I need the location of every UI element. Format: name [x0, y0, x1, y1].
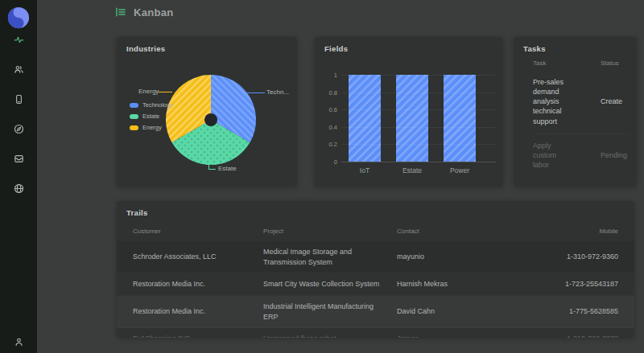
table-cell-project: Smart City Waste Collection System: [263, 279, 390, 289]
y-axis-tick: 0: [334, 158, 337, 166]
column-header-mobile: Mobile: [502, 227, 618, 236]
legend-swatch: [130, 103, 138, 108]
x-axis-label: Power: [444, 166, 476, 174]
task-cell: Apply custom labor: [533, 141, 573, 170]
bar-column: IoT: [349, 75, 381, 162]
inbox-icon[interactable]: [14, 154, 24, 164]
column-header-task: Task: [533, 60, 601, 67]
card-title: Fields: [324, 44, 348, 53]
y-axis-tick: 1: [334, 72, 337, 79]
bar-column: Power: [444, 75, 476, 162]
y-axis-tick: 0.2: [329, 141, 337, 148]
legend-item[interactable]: Estate: [130, 113, 173, 120]
menu-fold-icon[interactable]: [115, 6, 126, 18]
table-cell-contact: David Cahn: [397, 306, 495, 317]
industries-legend: TechnologyEstateEnergy: [130, 101, 173, 131]
header: Kanban: [37, 0, 644, 24]
task-cell: Pre-sales demand analysis technical supp…: [533, 77, 573, 126]
sidebar-nav: [0, 35, 37, 194]
status-cell: Pending: [601, 141, 630, 170]
bar-iot[interactable]: [349, 75, 381, 162]
legend-swatch: [130, 114, 138, 119]
legend-item[interactable]: Technology: [130, 101, 173, 109]
gridline: [341, 144, 496, 145]
pie-callout-estate: Estate: [218, 165, 237, 172]
trails-header-row: Customer Project Contact Mobile: [117, 224, 634, 239]
bar-power[interactable]: [444, 75, 476, 162]
bar-column: Estate: [396, 75, 428, 162]
table-row[interactable]: Schroder Associates, LLCMedical Image St…: [117, 241, 634, 273]
y-axis-tick: 0.4: [329, 123, 337, 130]
task-row[interactable]: Pre-sales demand analysis technical supp…: [533, 74, 630, 133]
pie-callout-line-technology: [247, 92, 265, 93]
table-cell-project: Medical Image Storage and Transmission S…: [263, 247, 390, 267]
table-cell-mobile: 1-775-5628585: [502, 306, 618, 317]
table-cell-project: Unmanned flying robot: [263, 334, 390, 338]
x-axis-label: IoT: [349, 166, 381, 174]
legend-label: Technology: [142, 101, 173, 109]
status-cell: Create: [601, 77, 630, 126]
y-axis-tick: 0.6: [329, 106, 337, 113]
gridline: [341, 162, 496, 162]
legend-item[interactable]: Energy: [130, 124, 173, 131]
pie-callout-technology: Techn...: [266, 88, 289, 96]
card-title: Trails: [126, 208, 148, 217]
compass-icon[interactable]: [14, 124, 24, 134]
pie-center-hole: [204, 113, 217, 126]
tasks-card: Tasks Task Status Pre-sales demand analy…: [514, 37, 637, 187]
pie-callout-energy: Energy: [138, 88, 159, 95]
card-title: Industries: [126, 44, 165, 53]
y-axis-tick: 0.8: [329, 88, 337, 96]
table-cell-contact: Harnish Mekras: [397, 279, 495, 289]
fields-plot: IoTEstatePower 10.80.60.40.20: [341, 75, 496, 162]
gridline: [341, 75, 496, 76]
gridline: [341, 92, 496, 93]
table-row[interactable]: Ev1Shopping INC.Unmanned flying robotJam…: [117, 328, 634, 338]
user-icon[interactable]: [14, 336, 24, 347]
app-logo[interactable]: [6, 6, 31, 30]
column-header-contact: Contact: [397, 227, 495, 236]
table-cell-project: Industrial Intelligent Manufacturing ERP: [263, 302, 390, 322]
industries-pie: [164, 73, 258, 166]
column-header-customer: Customer: [133, 227, 257, 236]
gridline: [341, 109, 496, 110]
trails-card: Trails Customer Project Contact Mobile S…: [117, 201, 634, 338]
fields-bars: IoTEstatePower: [341, 75, 496, 162]
column-header-project: Project: [263, 227, 390, 236]
mobile-icon[interactable]: [14, 94, 24, 105]
bar-estate[interactable]: [396, 75, 428, 162]
content: Industries TechnologyEstateEnergy Energy…: [117, 37, 634, 353]
table-cell-contact: mayunio: [397, 252, 495, 262]
pie-callout-line-estate-h: [208, 169, 216, 170]
activity-icon[interactable]: [14, 35, 24, 45]
table-cell-customer: Restoration Media Inc.: [133, 306, 257, 317]
table-cell-customer: Ev1Shopping INC.: [133, 334, 257, 338]
table-cell-customer: Schroder Associates, LLC: [133, 252, 257, 262]
task-row[interactable]: Apply custom laborPending: [533, 133, 630, 177]
table-row[interactable]: Restoration Media Inc.Industrial Intelli…: [117, 296, 634, 328]
legend-label: Energy: [142, 124, 162, 131]
page-title: Kanban: [134, 6, 173, 18]
pie-callout-line-estate-v: [208, 159, 209, 169]
table-cell-mobile: 1-310-972-9360: [502, 252, 618, 262]
industries-card: Industries TechnologyEstateEnergy Energy…: [117, 37, 297, 187]
gridline: [341, 127, 496, 128]
card-title: Tasks: [523, 44, 546, 53]
table-cell-customer: Restoration Media Inc.: [133, 279, 257, 289]
table-cell-contact: James: [397, 334, 495, 338]
tasks-header-row: Task Status: [533, 60, 630, 67]
trails-rows: Schroder Associates, LLCMedical Image St…: [117, 241, 634, 338]
tasks-rows: Pre-sales demand analysis technical supp…: [533, 74, 630, 177]
x-axis-label: Estate: [396, 166, 428, 174]
pie-callout-line-energy: [159, 92, 172, 92]
fields-card: Fields IoTEstatePower 10.80.60.40.20: [315, 37, 503, 187]
table-cell-mobile: 1-723-25543187: [502, 279, 618, 289]
tasks-table: Task Status Pre-sales demand analysis te…: [533, 60, 630, 177]
team-icon[interactable]: [14, 64, 24, 75]
column-header-status: Status: [601, 60, 630, 67]
legend-label: Estate: [142, 113, 159, 120]
globe-icon[interactable]: [14, 183, 24, 194]
table-row[interactable]: Restoration Media Inc.Smart City Waste C…: [117, 273, 634, 296]
legend-swatch: [130, 125, 138, 130]
table-cell-mobile: 1-310-768-3038: [502, 334, 618, 338]
